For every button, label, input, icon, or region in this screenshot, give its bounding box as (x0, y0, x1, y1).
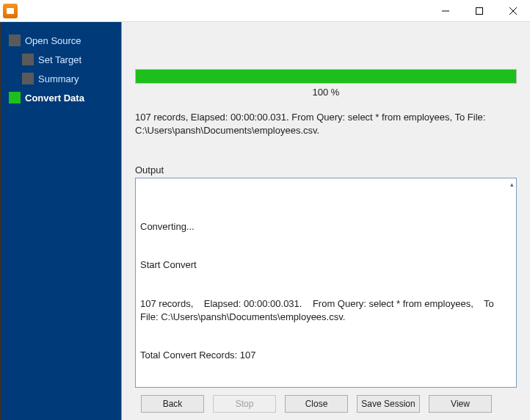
sidebar-item-label: Summary (38, 73, 79, 84)
progress-percent-label: 100 % (135, 87, 517, 98)
output-line: 107 records, Elapsed: 00:00:00.031. From… (140, 297, 512, 323)
back-button[interactable]: Back (141, 395, 204, 413)
sidebar-item-convert-data[interactable]: Convert Data (1, 88, 121, 107)
sidebar-item-open-source[interactable]: Open Source (1, 31, 121, 50)
content-panel: 100 % 107 records, Elapsed: 00:00:00.031… (121, 22, 530, 420)
sidebar-item-label: Open Source (25, 35, 81, 46)
step-icon (22, 54, 34, 65)
sidebar-item-label: Convert Data (25, 93, 84, 104)
close-button[interactable] (496, 0, 530, 21)
titlebar (0, 0, 530, 22)
app-icon (3, 4, 18, 18)
wizard-sidebar: Open Source Set Target Summary Convert D… (0, 22, 121, 420)
step-icon (22, 73, 34, 84)
progress-bar (135, 69, 517, 84)
output-line: Total Convert Records: 107 (140, 349, 512, 362)
step-icon (9, 35, 21, 46)
progress-fill (136, 70, 516, 83)
sidebar-item-set-target[interactable]: Set Target (1, 50, 121, 69)
output-textarea[interactable]: ▴ Converting... Start Convert 107 record… (135, 178, 517, 388)
step-icon (9, 92, 21, 104)
sidebar-item-label: Set Target (38, 54, 81, 65)
save-session-button[interactable]: Save Session (357, 395, 420, 413)
button-row: Back Stop Close Save Session View (135, 395, 517, 413)
status-text: 107 records, Elapsed: 00:00:00.031. From… (135, 111, 517, 137)
svg-rect-1 (476, 7, 483, 14)
sidebar-item-summary[interactable]: Summary (1, 69, 121, 88)
stop-button: Stop (213, 395, 276, 413)
output-line: Start Convert (140, 258, 512, 272)
maximize-button[interactable] (462, 0, 496, 21)
scroll-up-icon[interactable]: ▴ (510, 180, 514, 189)
minimize-button[interactable] (429, 0, 462, 21)
close-wizard-button[interactable]: Close (285, 395, 348, 413)
view-button[interactable]: View (429, 395, 492, 413)
output-label: Output (135, 164, 517, 175)
output-line: Converting... (140, 220, 512, 233)
